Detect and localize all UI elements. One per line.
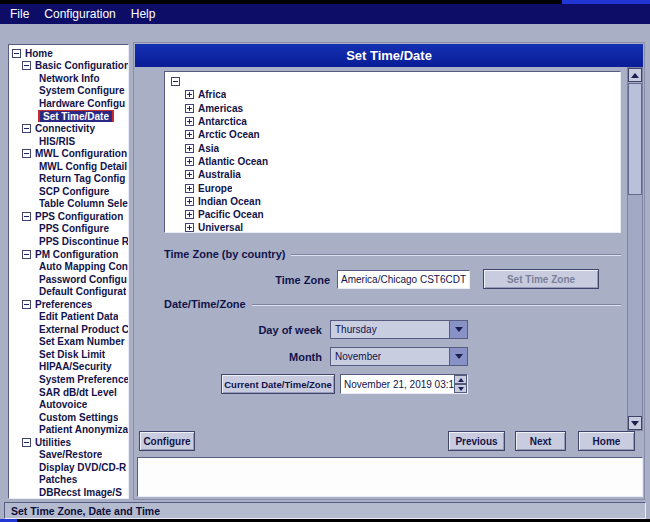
tree-item[interactable]: Return Tag Config xyxy=(9,172,128,185)
separator-line xyxy=(291,254,621,256)
tree-item[interactable]: System Preferences xyxy=(9,373,128,386)
tree-expand-icon[interactable] xyxy=(185,210,194,219)
tree-expand-icon[interactable] xyxy=(185,144,194,153)
tree-item[interactable]: SCP Configure xyxy=(9,185,128,198)
tree-expand-icon[interactable] xyxy=(185,157,194,166)
tree-item-label: Patches xyxy=(39,474,77,485)
tree-expand-icon[interactable] xyxy=(22,124,31,133)
tree-item[interactable]: Set Exam Number xyxy=(9,336,128,349)
tree-item[interactable]: MWL Config Detail xyxy=(9,160,128,173)
menu-help[interactable]: Help xyxy=(131,7,156,21)
day-of-week-value: Thursday xyxy=(331,321,449,338)
tree-item-label: Network Info xyxy=(39,73,100,84)
tree-expand-icon[interactable] xyxy=(22,300,31,309)
tree-item[interactable]: PPS Discontinue Re xyxy=(9,235,128,248)
tree-expand-icon[interactable] xyxy=(185,90,194,99)
tree-item[interactable]: Display DVD/CD-R xyxy=(9,461,128,474)
tree-item-label: Custom Settings xyxy=(39,412,118,423)
region-item[interactable]: Australia xyxy=(165,168,620,181)
tree-expand-icon[interactable] xyxy=(22,438,31,447)
menu-bar: File Configuration Help xyxy=(0,4,650,24)
tree-expand-icon[interactable] xyxy=(185,223,194,232)
tree-item[interactable]: Edit Patient Data xyxy=(9,310,128,323)
scroll-down-button[interactable] xyxy=(628,416,642,430)
menu-configuration[interactable]: Configuration xyxy=(44,7,115,21)
tree-item[interactable]: Patches xyxy=(9,474,128,487)
tree-item[interactable]: Patient Anonymiza xyxy=(9,423,128,436)
tree-item[interactable]: Preferences xyxy=(9,298,128,311)
tree-expand-icon[interactable] xyxy=(185,170,194,179)
vertical-scrollbar[interactable] xyxy=(627,67,643,431)
tree-item-label: Connectivity xyxy=(35,123,95,134)
tree-item[interactable]: Password Configu xyxy=(9,273,128,286)
status-text: Set Time Zone, Date and Time xyxy=(11,505,160,517)
region-item[interactable]: Arctic Ocean xyxy=(165,128,620,141)
tree-item[interactable]: MWL Configuration xyxy=(9,147,128,160)
tree-item[interactable]: Utilities xyxy=(9,436,128,449)
month-select[interactable]: November xyxy=(330,347,468,366)
next-button[interactable]: Next xyxy=(515,431,566,451)
tree-expand-icon[interactable] xyxy=(22,212,31,221)
tree-item[interactable]: Connectivity xyxy=(9,122,128,135)
home-button[interactable]: Home xyxy=(578,431,635,451)
region-item[interactable]: Universal xyxy=(165,221,620,233)
tree-expand-icon[interactable] xyxy=(171,77,180,86)
tree-item[interactable]: Home xyxy=(9,47,128,60)
tree-expand-icon[interactable] xyxy=(185,104,194,113)
datetime-spinner-field[interactable]: November 21, 2019 03:18 PM ( xyxy=(340,374,468,394)
current-datetime-button[interactable]: Current Date/Time/Zone xyxy=(221,374,335,394)
tree-expand-icon[interactable] xyxy=(22,61,31,70)
tree-expand-icon[interactable] xyxy=(185,197,194,206)
tree-item[interactable]: SAR dB/dt Level xyxy=(9,386,128,399)
region-item[interactable]: Pacific Ocean xyxy=(165,208,620,221)
region-item[interactable] xyxy=(165,75,620,88)
chevron-down-icon[interactable] xyxy=(449,321,467,338)
arrow-up-icon xyxy=(631,73,639,78)
tree-expand-icon[interactable] xyxy=(185,130,194,139)
tree-item[interactable]: Auto Mapping Con xyxy=(9,260,128,273)
tree-item[interactable]: Hardware Configu xyxy=(9,97,128,110)
set-timezone-button[interactable]: Set Time Zone xyxy=(483,269,599,289)
tree-item[interactable]: DBRecst Image/S xyxy=(9,486,128,499)
tree-expand-icon[interactable] xyxy=(185,117,194,126)
tree-expand-icon[interactable] xyxy=(12,49,21,58)
region-item[interactable]: Americas xyxy=(165,102,620,115)
region-item[interactable]: Indian Ocean xyxy=(165,195,620,208)
tree-item[interactable]: HIPAA/Security xyxy=(9,361,128,374)
tree-item[interactable]: Basic Configuration xyxy=(9,60,128,73)
configure-button[interactable]: Configure xyxy=(139,431,195,451)
chevron-down-icon[interactable] xyxy=(449,348,467,365)
tree-item[interactable]: Network Info xyxy=(9,72,128,85)
tree-item[interactable]: Autovoice xyxy=(9,398,128,411)
tree-item[interactable]: HIS/RIS xyxy=(9,135,128,148)
config-tree-panel: Home Basic Configuration Network Info Sy… xyxy=(8,44,129,499)
day-of-week-select[interactable]: Thursday xyxy=(330,320,468,339)
scroll-up-button[interactable] xyxy=(628,68,642,82)
scrollbar-thumb[interactable] xyxy=(628,83,642,195)
tree-item[interactable]: PM Configuration xyxy=(9,248,128,261)
tree-expand-icon[interactable] xyxy=(185,184,194,193)
tree-item-label: Edit Patient Data xyxy=(39,311,118,322)
tree-item[interactable]: System Configure xyxy=(9,85,128,98)
tree-expand-icon[interactable] xyxy=(22,250,31,259)
tree-item[interactable]: Custom Settings xyxy=(9,411,128,424)
tree-expand-icon[interactable] xyxy=(22,149,31,158)
region-item[interactable]: Europe xyxy=(165,181,620,194)
tree-item[interactable]: Default Configurat xyxy=(9,285,128,298)
tree-item[interactable]: Set Time/Date xyxy=(9,110,128,123)
region-item[interactable]: Antarctica xyxy=(165,115,620,128)
tree-item[interactable]: External Product C xyxy=(9,323,128,336)
tree-item[interactable]: Set Disk Limit xyxy=(9,348,128,361)
region-item[interactable]: Asia xyxy=(165,141,620,154)
tree-item[interactable]: PPS Configuration xyxy=(9,210,128,223)
region-item[interactable]: Atlantic Ocean xyxy=(165,155,620,168)
tree-item[interactable]: PPS Configure xyxy=(9,223,128,236)
tree-item[interactable]: Save/Restore xyxy=(9,449,128,462)
spinner-down-button[interactable] xyxy=(454,384,467,393)
spinner-up-button[interactable] xyxy=(454,375,467,384)
region-item[interactable]: Africa xyxy=(165,88,620,101)
menu-file[interactable]: File xyxy=(10,7,29,21)
previous-button[interactable]: Previous xyxy=(448,431,505,451)
timezone-field[interactable]: America/Chicago CST6CDT US xyxy=(337,270,470,289)
tree-item[interactable]: Table Column Sele xyxy=(9,198,128,211)
